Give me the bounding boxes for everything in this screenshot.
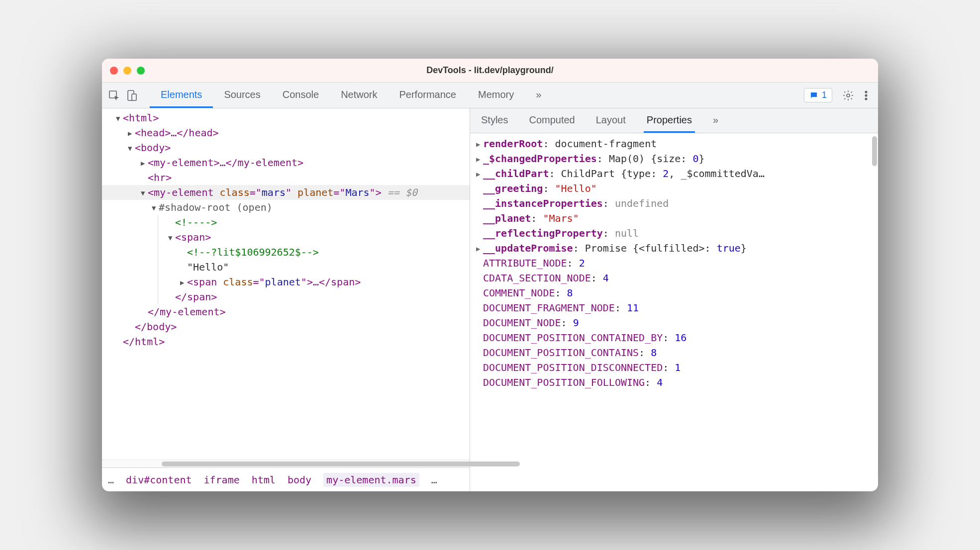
property-row[interactable]: ▶renderRoot: document-fragment	[472, 136, 878, 151]
property-row[interactable]: __planet: "Mars"	[472, 211, 878, 226]
main-tab-sources[interactable]: Sources	[213, 83, 271, 108]
property-row[interactable]: __greeting: "Hello"	[472, 181, 878, 196]
window-controls	[110, 67, 145, 75]
window-titlebar: DevTools - lit.dev/playground/	[102, 59, 878, 83]
breadcrumb-item[interactable]: …	[108, 474, 114, 486]
property-row[interactable]: __instanceProperties: undefined	[472, 196, 878, 211]
breadcrumb-item[interactable]: my-element.mars	[323, 473, 419, 487]
breadcrumb-item[interactable]: …	[431, 474, 437, 486]
sub-tab-»[interactable]: »	[710, 108, 721, 133]
main-tab-memory[interactable]: Memory	[467, 83, 525, 108]
svg-rect-2	[132, 94, 136, 100]
main-tab-network[interactable]: Network	[330, 83, 388, 108]
svg-point-3	[847, 94, 850, 97]
selected-dom-node[interactable]: ▼<my-element class="mars" planet="Mars">…	[102, 185, 470, 200]
minimize-window-button[interactable]	[123, 67, 131, 75]
svg-point-5	[865, 94, 867, 96]
property-row[interactable]: COMMENT_NODE: 8	[472, 285, 878, 300]
property-row[interactable]: DOCUMENT_FRAGMENT_NODE: 11	[472, 300, 878, 315]
main-tab-elements[interactable]: Elements	[150, 83, 213, 108]
sub-tab-styles[interactable]: Styles	[478, 108, 511, 133]
property-row[interactable]: ATTRIBUTE_NODE: 2	[472, 256, 878, 271]
close-window-button[interactable]	[110, 67, 118, 75]
vertical-scrollbar[interactable]	[872, 136, 877, 166]
horizontal-scrollbar[interactable]	[102, 459, 470, 467]
breadcrumb-item[interactable]: div#content	[126, 474, 192, 486]
main-tabstrip: ElementsSourcesConsoleNetworkPerformance…	[150, 83, 552, 108]
breadcrumb-item[interactable]: html	[252, 474, 276, 486]
settings-icon[interactable]	[841, 89, 855, 102]
maximize-window-button[interactable]	[137, 67, 145, 75]
sidebar-tabstrip: StylesComputedLayoutProperties»	[470, 108, 878, 133]
devtools-window: DevTools - lit.dev/playground/ ElementsS…	[102, 59, 878, 491]
property-row[interactable]: ▶__updatePromise: Promise {<fulfilled>: …	[472, 241, 878, 256]
sub-tab-computed[interactable]: Computed	[526, 108, 578, 133]
property-row[interactable]: ▶_$changedProperties: Map(0) {size: 0}	[472, 151, 878, 166]
split-view: ▼<html> ▶<head>…</head> ▼<body> ▶<my-ele…	[102, 108, 878, 491]
breadcrumb: …div#contentiframehtmlbodymy-element.mar…	[102, 467, 470, 491]
property-row[interactable]: DOCUMENT_POSITION_DISCONNECTED: 1	[472, 360, 878, 375]
dom-tree[interactable]: ▼<html> ▶<head>…</head> ▼<body> ▶<my-ele…	[102, 108, 470, 459]
property-row[interactable]: DOCUMENT_POSITION_CONTAINED_BY: 16	[472, 330, 878, 345]
main-tab-»[interactable]: »	[525, 83, 552, 108]
issues-button[interactable]: 1	[804, 88, 832, 102]
property-row[interactable]: DOCUMENT_NODE: 9	[472, 315, 878, 330]
devtools-toolbar: ElementsSourcesConsoleNetworkPerformance…	[102, 83, 878, 108]
inspect-element-icon[interactable]	[107, 89, 121, 102]
svg-point-6	[865, 98, 867, 99]
svg-point-4	[865, 91, 867, 92]
property-row[interactable]: DOCUMENT_POSITION_FOLLOWING: 4	[472, 375, 878, 390]
main-tab-console[interactable]: Console	[272, 83, 330, 108]
elements-panel: ▼<html> ▶<head>…</head> ▼<body> ▶<my-ele…	[102, 108, 470, 491]
property-row[interactable]: __reflectingProperty: null	[472, 226, 878, 241]
property-row[interactable]: CDATA_SECTION_NODE: 4	[472, 271, 878, 285]
device-toggle-icon[interactable]	[125, 89, 139, 102]
property-row[interactable]: ▶__childPart: ChildPart {type: 2, _$comm…	[472, 166, 878, 181]
main-tab-performance[interactable]: Performance	[389, 83, 468, 108]
property-row[interactable]: DOCUMENT_POSITION_CONTAINS: 8	[472, 345, 878, 360]
sidebar-panel: StylesComputedLayoutProperties» ▶renderR…	[470, 108, 878, 491]
sub-tab-properties[interactable]: Properties	[644, 108, 695, 133]
window-title: DevTools - lit.dev/playground/	[102, 65, 878, 76]
breadcrumb-item[interactable]: body	[288, 474, 311, 486]
sub-tab-layout[interactable]: Layout	[593, 108, 629, 133]
properties-panel[interactable]: ▶renderRoot: document-fragment▶_$changed…	[470, 133, 878, 491]
breadcrumb-item[interactable]: iframe	[204, 474, 240, 486]
issues-count: 1	[822, 90, 827, 100]
more-icon[interactable]	[859, 89, 873, 102]
